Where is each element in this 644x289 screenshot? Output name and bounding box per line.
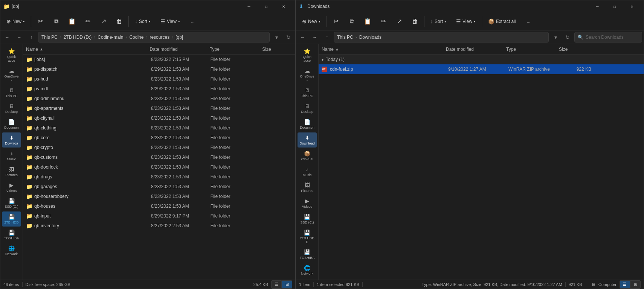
left-up-button[interactable]: ↑ xyxy=(26,32,37,43)
right-up-button[interactable]: ↑ xyxy=(322,32,332,43)
sidebar-item-pictures[interactable]: 🖼 Pictures xyxy=(2,164,21,179)
left-delete-button[interactable]: 🗑 xyxy=(112,14,127,29)
right-details-view-button[interactable]: ☰ xyxy=(620,280,630,289)
left-file-row-17[interactable]: 📁 qb-inventory 8/27/2022 2:53 AM File fo… xyxy=(23,221,295,231)
left-file-list[interactable]: 📁 [jobs] 8/23/2022 7:15 PM File folder 📁… xyxy=(23,55,295,280)
left-copy-button[interactable]: ⧉ xyxy=(49,14,64,29)
left-dropdown-button[interactable]: ▾ xyxy=(271,32,282,43)
right-sidebar-onedrive[interactable]: ☁ OneDrive - xyxy=(298,65,317,84)
right-sidebar-music[interactable]: ♪ Music xyxy=(298,164,317,179)
right-sort-button[interactable]: ↕ Sort ▾ xyxy=(426,14,451,29)
left-file-row-15[interactable]: 📁 qb-houses 8/23/2022 1:53 AM File folde… xyxy=(23,201,295,211)
right-paste-button[interactable]: 📋 xyxy=(360,14,375,29)
left-col-name[interactable]: Name ▲ xyxy=(26,47,150,52)
sidebar-item-network[interactable]: 🌐 Network xyxy=(2,243,21,258)
right-col-name[interactable]: Name ▲ xyxy=(322,47,446,52)
right-sidebar-downloads[interactable]: ⬇ Download xyxy=(298,132,317,148)
left-file-row-6[interactable]: 📁 qb-cityhall 8/23/2022 1:53 AM File fol… xyxy=(23,113,295,123)
left-col-type[interactable]: Type xyxy=(210,47,262,52)
left-col-size[interactable]: Size xyxy=(262,47,292,52)
right-list-view-button[interactable]: ⊞ xyxy=(630,280,641,289)
left-close-button[interactable]: ✕ xyxy=(275,0,292,12)
right-sidebar-pictures[interactable]: 🖼 Pictures xyxy=(298,180,317,195)
left-minimize-button[interactable]: ─ xyxy=(240,0,258,12)
left-paste-button[interactable]: 📋 xyxy=(64,14,79,29)
sidebar-item-2tb[interactable]: 💾 2TB HDD xyxy=(2,211,21,227)
left-cut-button[interactable]: ✂ xyxy=(33,14,48,29)
right-share-button[interactable]: ↗ xyxy=(392,14,407,29)
cdn-fuel-row[interactable]: ZIP cdn-fuel.zip 9/10/2022 1:27 AM WinRA… xyxy=(319,64,644,74)
left-file-row-8[interactable]: 📁 qb-core 8/23/2022 1:53 AM File folder xyxy=(23,133,295,143)
right-extract-button[interactable]: 📦 Extract all xyxy=(484,14,520,29)
left-share-button[interactable]: ↗ xyxy=(96,14,111,29)
left-maximize-button[interactable]: □ xyxy=(258,0,275,12)
right-more-button[interactable]: ... xyxy=(521,14,536,29)
right-col-date[interactable]: Date modified xyxy=(446,47,506,52)
left-file-row-9[interactable]: 📁 qb-crypto 8/23/2022 1:53 AM File folde… xyxy=(23,143,295,152)
left-file-row-11[interactable]: 📁 qb-doorlock 8/23/2022 1:53 AM File fol… xyxy=(23,162,295,172)
left-details-view-button[interactable]: ☰ xyxy=(271,280,282,289)
right-dropdown-button[interactable]: ▾ xyxy=(550,32,561,43)
left-file-row-16[interactable]: 📁 qb-input 8/29/2022 9:17 PM File folder xyxy=(23,211,295,221)
right-back-button[interactable]: ← xyxy=(298,32,308,43)
right-sidebar-documents[interactable]: 📄 Documen xyxy=(298,117,317,132)
right-sidebar-2tb[interactable]: 💾 2TB HDD D xyxy=(298,227,317,246)
left-file-row-12[interactable]: 📁 qb-drugs 8/23/2022 1:53 AM File folder xyxy=(23,172,295,182)
right-rename-button[interactable]: ✏ xyxy=(376,14,391,29)
right-copy-button[interactable]: ⧉ xyxy=(344,14,359,29)
left-new-button[interactable]: ⊕ New ▾ xyxy=(2,14,29,29)
today-group-header[interactable]: ▾ Today (1) xyxy=(319,55,644,64)
left-sort-button[interactable]: ↕ Sort ▾ xyxy=(130,14,155,29)
right-sidebar-ssd[interactable]: 💾 SSD (C:) xyxy=(298,211,317,227)
sidebar-item-music[interactable]: ♪ Music xyxy=(2,148,21,163)
left-view-button[interactable]: ☰ View ▾ xyxy=(156,14,185,29)
right-col-size[interactable]: Size xyxy=(559,47,589,52)
right-sidebar-toshiba[interactable]: 💾 TOSHIBA xyxy=(298,247,317,262)
right-new-button[interactable]: ⊕ New ▾ xyxy=(298,14,325,29)
sidebar-item-quick-access[interactable]: ⭐ Quick acce xyxy=(2,46,21,65)
left-file-row-10[interactable]: 📁 qb-customs 8/23/2022 1:53 AM File fold… xyxy=(23,152,295,162)
left-file-row-13[interactable]: 📁 qb-garages 8/23/2022 1:53 AM File fold… xyxy=(23,182,295,192)
sidebar-item-toshiba[interactable]: 💾 TOSHIBA xyxy=(2,227,21,242)
right-forward-button[interactable]: → xyxy=(310,32,320,43)
right-search-box[interactable]: 🔍 Search Downloads xyxy=(574,32,642,43)
right-sidebar-desktop[interactable]: 🖥 Desktop xyxy=(298,101,317,116)
left-file-row-14[interactable]: 📁 qb-houserobbery 8/23/2022 1:53 AM File… xyxy=(23,192,295,201)
left-address-path[interactable]: This PC › 2TB HDD (D:) › Codine-main › C… xyxy=(38,32,270,43)
left-file-row-2[interactable]: 📁 ps-hud 8/23/2022 1:53 AM File folder xyxy=(23,74,295,84)
left-more-button[interactable]: ... xyxy=(185,14,200,29)
left-file-row-0[interactable]: 📁 [jobs] 8/23/2022 7:15 PM File folder xyxy=(23,55,295,64)
sidebar-item-desktop[interactable]: 🖥 Desktop xyxy=(2,101,21,116)
right-sidebar-cdn-fuel[interactable]: 📦 cdn-fuel xyxy=(298,148,317,163)
sidebar-item-onedrive[interactable]: ☁ OneDrive - xyxy=(2,65,21,84)
left-rename-button[interactable]: ✏ xyxy=(80,14,95,29)
sidebar-item-videos[interactable]: ▶ Videos xyxy=(2,180,21,195)
left-file-row-7[interactable]: 📁 qb-clothing 8/23/2022 1:53 AM File fol… xyxy=(23,123,295,133)
left-file-row-5[interactable]: 📁 qb-apartments 8/23/2022 1:53 AM File f… xyxy=(23,103,295,113)
left-refresh-button[interactable]: ↻ xyxy=(283,32,294,43)
right-cut-button[interactable]: ✂ xyxy=(328,14,343,29)
right-sidebar-this-pc[interactable]: 🖥 This PC xyxy=(298,85,317,100)
right-refresh-button[interactable]: ↻ xyxy=(562,32,573,43)
sidebar-item-documents[interactable]: 📄 Documen xyxy=(2,117,21,132)
left-back-button[interactable]: ← xyxy=(2,32,12,43)
left-list-view-button[interactable]: ⊞ xyxy=(282,280,292,289)
left-file-row-3[interactable]: 📁 ps-mdt 8/29/2022 1:53 AM File folder xyxy=(23,84,295,94)
right-sidebar-videos[interactable]: ▶ Videos xyxy=(298,196,317,211)
left-file-row-4[interactable]: 📁 qb-adminmenu 8/23/2022 1:53 AM File fo… xyxy=(23,94,295,103)
sidebar-item-this-pc[interactable]: 🖥 This PC xyxy=(2,85,21,100)
right-delete-button[interactable]: 🗑 xyxy=(407,14,423,29)
right-sidebar-quick-access[interactable]: ⭐ Quick acce xyxy=(298,46,317,65)
sidebar-item-downloads[interactable]: ⬇ Downloa xyxy=(2,132,21,148)
right-close-button[interactable]: ✕ xyxy=(623,0,641,12)
left-col-date[interactable]: Date modified xyxy=(150,47,210,52)
right-view-button[interactable]: ☰ View ▾ xyxy=(452,14,480,29)
right-minimize-button[interactable]: ─ xyxy=(589,0,606,12)
sidebar-item-ssd[interactable]: 💾 SSD (C:) xyxy=(2,196,21,211)
right-maximize-button[interactable]: □ xyxy=(606,0,623,12)
left-file-row-1[interactable]: 📁 ps-dispatch 8/29/2022 1:53 AM File fol… xyxy=(23,64,295,74)
right-sidebar-network[interactable]: 🌐 Network xyxy=(298,263,317,278)
right-col-type[interactable]: Type xyxy=(506,47,559,52)
left-forward-button[interactable]: → xyxy=(14,32,24,43)
right-address-path[interactable]: This PC › Downloads xyxy=(334,32,549,43)
